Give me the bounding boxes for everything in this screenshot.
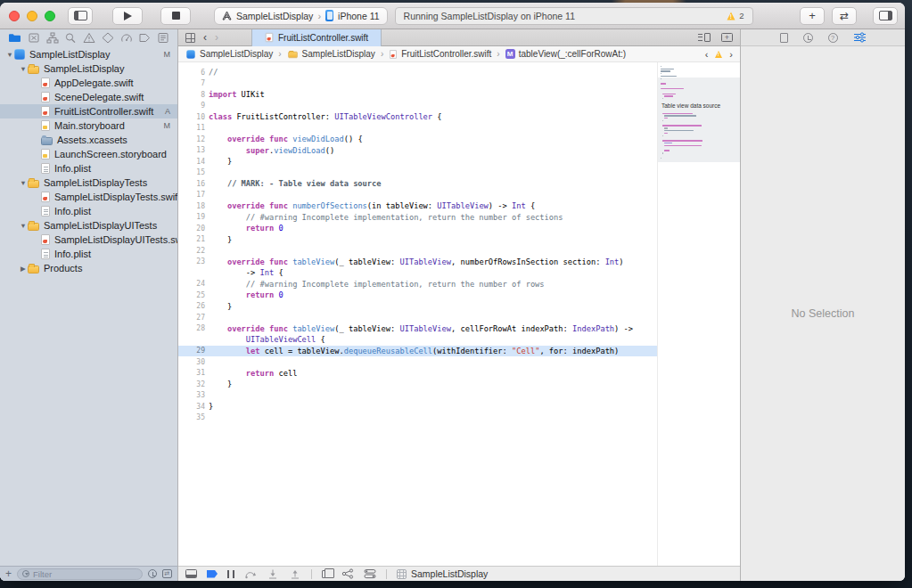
line-number[interactable]: 20 xyxy=(178,225,209,233)
disclosure-triangle-icon[interactable]: ▼ xyxy=(19,222,28,230)
history-inspector-tab[interactable] xyxy=(803,33,813,43)
line-number[interactable]: 34 xyxy=(178,403,209,411)
line-number[interactable]: 10 xyxy=(178,113,209,121)
code-line[interactable]: 11 xyxy=(178,123,657,135)
code-line[interactable]: 31 return cell xyxy=(178,368,657,380)
tree-item[interactable]: Info.plist xyxy=(0,204,177,218)
previous-issue-button[interactable]: ‹ xyxy=(705,49,709,60)
tree-item[interactable]: Assets.xcassets xyxy=(0,133,177,147)
scheme-selector[interactable]: SampleListDisplay › iPhone 11 xyxy=(214,7,388,25)
process-chip[interactable]: SampleListDisplay xyxy=(397,568,488,579)
source-control-navigator-tab[interactable] xyxy=(28,32,40,44)
code-line[interactable]: 28 override func tableView(_ tableView: … xyxy=(178,323,657,335)
line-number[interactable]: 22 xyxy=(178,247,209,255)
warning-count[interactable]: 2 xyxy=(739,11,744,20)
code-line[interactable]: 13 super.viewDidLoad() xyxy=(178,145,657,157)
code-line[interactable]: UITableViewCell { xyxy=(178,334,657,346)
tree-item[interactable]: ▼SampleListDisplayM xyxy=(0,47,177,61)
breakpoints-toggle-icon[interactable] xyxy=(207,570,218,578)
code-line[interactable]: 34} xyxy=(178,401,657,412)
code-line[interactable]: 14 } xyxy=(178,156,657,167)
find-navigator-tab[interactable] xyxy=(64,32,77,44)
tree-item[interactable]: Info.plist xyxy=(0,161,177,176)
code-line[interactable]: 32 } xyxy=(178,379,657,390)
tree-item[interactable]: ▼SampleListDisplayTests xyxy=(0,176,177,190)
issue-navigator-tab[interactable] xyxy=(83,32,95,44)
editor-options-icon[interactable] xyxy=(698,33,711,42)
breakpoint-navigator-tab[interactable] xyxy=(138,32,151,44)
line-number[interactable]: 7 xyxy=(178,79,209,87)
line-number[interactable]: 18 xyxy=(178,202,209,210)
code-line[interactable]: 10class FruitListController: UITableView… xyxy=(178,111,657,123)
line-number[interactable]: 16 xyxy=(178,180,209,188)
test-navigator-tab[interactable] xyxy=(102,32,114,44)
line-number[interactable]: 35 xyxy=(178,413,209,421)
code-line[interactable]: 12 override func viewDidLoad() { xyxy=(178,134,657,145)
stop-button[interactable] xyxy=(160,7,191,25)
minimap[interactable]: Table view data source xyxy=(657,62,740,566)
line-number[interactable]: 19 xyxy=(178,213,209,221)
scm-status-filter-icon[interactable]: ⇄ xyxy=(162,569,172,578)
code-line[interactable]: 23 override func tableView(_ tableView: … xyxy=(178,257,657,268)
line-number[interactable]: 25 xyxy=(178,291,209,299)
code-line[interactable]: 35 xyxy=(178,412,657,424)
code-lines[interactable]: 6//78import UIKit910class FruitListContr… xyxy=(178,62,657,566)
code-line[interactable]: 26 } xyxy=(178,301,657,313)
hide-debug-area-icon[interactable] xyxy=(185,569,197,578)
code-line[interactable]: 19 // #warning Incomplete implementation… xyxy=(178,212,657,224)
tree-item[interactable]: SceneDelegate.swift xyxy=(0,90,177,104)
line-number[interactable]: 17 xyxy=(178,191,209,199)
tree-item[interactable]: ▼SampleListDisplay xyxy=(0,61,177,76)
breadcrumb-file[interactable]: FruitListController.swift xyxy=(389,49,491,60)
attributes-inspector-tab[interactable] xyxy=(853,32,867,43)
view-hierarchy-debugger-icon[interactable] xyxy=(322,570,332,578)
line-number[interactable]: 31 xyxy=(178,369,209,377)
disclosure-triangle-icon[interactable]: ▼ xyxy=(5,51,14,59)
line-number[interactable]: 30 xyxy=(178,358,209,366)
environment-overrides-icon[interactable] xyxy=(364,568,376,579)
breadcrumb-symbol[interactable]: MtableView(_:cellForRowAt:) xyxy=(505,49,626,59)
code-line[interactable]: -> Int { xyxy=(178,267,657,279)
line-number[interactable]: 9 xyxy=(178,102,209,110)
step-into-icon[interactable] xyxy=(267,569,279,579)
code-line[interactable]: 6// xyxy=(178,67,657,78)
project-navigator-tab[interactable] xyxy=(8,32,21,44)
tree-item[interactable]: SampleListDisplayTests.swift xyxy=(0,190,177,204)
zoom-button[interactable] xyxy=(45,11,55,21)
line-number[interactable]: 15 xyxy=(178,168,209,176)
line-number[interactable]: 24 xyxy=(178,280,209,288)
code-line[interactable]: 33 xyxy=(178,390,657,402)
tree-item[interactable]: FruitListController.swiftA xyxy=(0,104,177,118)
code-line[interactable]: 8import UIKit xyxy=(178,89,657,101)
forward-button[interactable]: › xyxy=(215,32,218,43)
code-line[interactable]: 17 xyxy=(178,190,657,201)
editor-swap-button[interactable]: ⇄ xyxy=(832,7,857,25)
breadcrumb-group[interactable]: SampleListDisplay xyxy=(287,49,375,59)
next-issue-button[interactable]: › xyxy=(729,49,733,60)
line-number[interactable]: 12 xyxy=(178,135,209,143)
symbol-navigator-tab[interactable] xyxy=(46,32,59,44)
tree-item[interactable]: Main.storyboardM xyxy=(0,118,177,133)
navigator-toggle-button[interactable] xyxy=(68,7,93,25)
help-inspector-tab[interactable]: ? xyxy=(828,33,838,43)
step-over-icon[interactable] xyxy=(244,569,257,579)
debug-navigator-tab[interactable] xyxy=(120,32,133,44)
line-number[interactable]: 26 xyxy=(178,302,209,310)
disclosure-triangle-icon[interactable]: ▼ xyxy=(19,179,28,187)
tree-item[interactable]: AppDelegate.swift xyxy=(0,76,177,90)
line-number[interactable]: 28 xyxy=(178,324,209,332)
step-out-icon[interactable] xyxy=(289,569,301,579)
code-line[interactable]: 16 // MARK: - Table view data source xyxy=(178,178,657,190)
line-number[interactable]: 32 xyxy=(178,380,209,388)
tree-item[interactable]: ▼SampleListDisplayUITests xyxy=(0,218,177,233)
code-line[interactable]: 30 xyxy=(178,356,657,368)
tree-item[interactable]: ▶Products xyxy=(0,261,177,275)
line-number[interactable]: 8 xyxy=(178,91,209,99)
recent-files-filter-icon[interactable] xyxy=(148,569,157,578)
disclosure-triangle-icon[interactable]: ▼ xyxy=(19,65,28,73)
minimize-button[interactable] xyxy=(27,11,37,21)
code-line[interactable]: 9 xyxy=(178,101,657,112)
tree-item[interactable]: LaunchScreen.storyboard xyxy=(0,147,177,161)
line-number[interactable]: 33 xyxy=(178,391,209,399)
add-editor-icon[interactable]: + xyxy=(721,33,733,42)
